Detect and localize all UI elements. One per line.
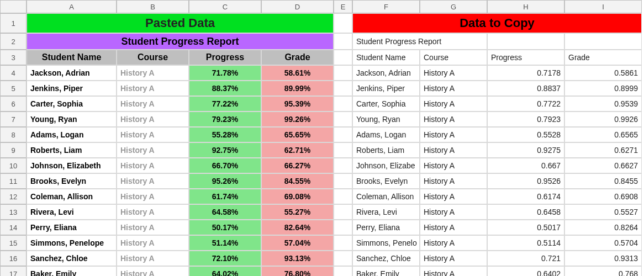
cell-rgrade-13[interactable]: 0.768	[564, 266, 642, 276]
cell-progress-10[interactable]: 50.17%	[189, 220, 261, 235]
cell-rprogress-1[interactable]: 0.8837	[487, 81, 564, 96]
cell-rgrade-12[interactable]: 0.9313	[564, 251, 642, 266]
cell-grade-9[interactable]: 55.27%	[261, 204, 334, 220]
cell-e-14[interactable]	[334, 220, 352, 235]
cell-rname-5[interactable]: Roberts, Liam	[352, 142, 420, 158]
cell-rprogress-2[interactable]: 0.7722	[487, 96, 564, 112]
cell-rgrade-9[interactable]: 0.5527	[564, 204, 642, 220]
cell-progress-2[interactable]: 77.22%	[189, 96, 261, 112]
column-header-I[interactable]: I	[564, 0, 642, 13]
cell-progress-11[interactable]: 51.14%	[189, 235, 261, 251]
cell-grade-13[interactable]: 76.80%	[261, 266, 334, 276]
cell-rgrade-10[interactable]: 0.8264	[564, 220, 642, 235]
cell-course-12[interactable]: History A	[117, 251, 189, 266]
cell-course-13[interactable]: History A	[117, 266, 189, 276]
cell-rname-6[interactable]: Johnson, Elizabe	[352, 158, 420, 173]
cell-progress-0[interactable]: 71.78%	[189, 65, 261, 81]
cell-name-0[interactable]: Jackson, Adrian	[27, 65, 117, 81]
column-header-A[interactable]: A	[27, 0, 117, 13]
cell-course-2[interactable]: History A	[117, 96, 189, 112]
cell-e2[interactable]	[334, 33, 352, 50]
cell-e-13[interactable]	[334, 204, 352, 220]
cell-rname-2[interactable]: Carter, Sophia	[352, 96, 420, 112]
cell-grade-0[interactable]: 58.61%	[261, 65, 334, 81]
cell-progress-13[interactable]: 64.02%	[189, 266, 261, 276]
cell-name-1[interactable]: Jenkins, Piper	[27, 81, 117, 96]
cell-rcourse-12[interactable]: History A	[420, 251, 487, 266]
cell-i2[interactable]	[564, 33, 642, 50]
cell-name-10[interactable]: Perry, Eliana	[27, 220, 117, 235]
cell-rcourse-9[interactable]: History A	[420, 204, 487, 220]
cell-course-3[interactable]: History A	[117, 112, 189, 127]
cell-rname-8[interactable]: Coleman, Allison	[352, 189, 420, 204]
cell-name-4[interactable]: Adams, Logan	[27, 127, 117, 142]
cell-name-8[interactable]: Coleman, Allison	[27, 189, 117, 204]
column-header-G[interactable]: G	[420, 0, 487, 13]
cell-grade-10[interactable]: 82.64%	[261, 220, 334, 235]
cell-rcourse-4[interactable]: History A	[420, 127, 487, 142]
column-header-D[interactable]: D	[261, 0, 334, 13]
cell-rcourse-1[interactable]: History A	[420, 81, 487, 96]
cell-rname-3[interactable]: Young, Ryan	[352, 112, 420, 127]
row-header-10[interactable]: 10	[0, 158, 27, 173]
cell-rcourse-10[interactable]: History A	[420, 220, 487, 235]
cell-rcourse-0[interactable]: History A	[420, 65, 487, 81]
cell-rprogress-9[interactable]: 0.6458	[487, 204, 564, 220]
cell-e-7[interactable]	[334, 112, 352, 127]
cell-e-8[interactable]	[334, 127, 352, 142]
cell-rcourse-5[interactable]: History A	[420, 142, 487, 158]
cell-e1[interactable]	[334, 13, 352, 33]
cell-e-9[interactable]	[334, 142, 352, 158]
cell-e-11[interactable]	[334, 173, 352, 189]
cell-rprogress-0[interactable]: 0.7178	[487, 65, 564, 81]
cell-progress-1[interactable]: 88.37%	[189, 81, 261, 96]
cell-rcourse-13[interactable]: History A	[420, 266, 487, 276]
cell-rname-0[interactable]: Jackson, Adrian	[352, 65, 420, 81]
cell-e-10[interactable]	[334, 158, 352, 173]
cell-e-5[interactable]	[334, 81, 352, 96]
row-header-7[interactable]: 7	[0, 112, 27, 127]
cell-rcourse-8[interactable]: History A	[420, 189, 487, 204]
cell-rgrade-2[interactable]: 0.9539	[564, 96, 642, 112]
cell-grade-4[interactable]: 65.65%	[261, 127, 334, 142]
cell-name-6[interactable]: Johnson, Elizabeth	[27, 158, 117, 173]
row-header-13[interactable]: 13	[0, 204, 27, 220]
cell-course-0[interactable]: History A	[117, 65, 189, 81]
cell-course-6[interactable]: History A	[117, 158, 189, 173]
cell-grade-2[interactable]: 95.39%	[261, 96, 334, 112]
cell-course-10[interactable]: History A	[117, 220, 189, 235]
cell-rprogress-13[interactable]: 0.6402	[487, 266, 564, 276]
row-header-11[interactable]: 11	[0, 173, 27, 189]
cell-course-7[interactable]: History A	[117, 173, 189, 189]
cell-course-9[interactable]: History A	[117, 204, 189, 220]
cell-h2[interactable]	[487, 33, 564, 50]
cell-e-6[interactable]	[334, 96, 352, 112]
cell-progress-3[interactable]: 79.23%	[189, 112, 261, 127]
cell-name-11[interactable]: Simmons, Penelope	[27, 235, 117, 251]
cell-rname-13[interactable]: Baker, Emily	[352, 266, 420, 276]
cell-rname-10[interactable]: Perry, Eliana	[352, 220, 420, 235]
cell-progress-6[interactable]: 66.70%	[189, 158, 261, 173]
row-header-12[interactable]: 12	[0, 189, 27, 204]
row-header-1[interactable]: 1	[0, 13, 27, 33]
row-header-2[interactable]: 2	[0, 33, 27, 50]
cell-name-12[interactable]: Sanchez, Chloe	[27, 251, 117, 266]
cell-name-2[interactable]: Carter, Sophia	[27, 96, 117, 112]
cell-course-5[interactable]: History A	[117, 142, 189, 158]
row-header-4[interactable]: 4	[0, 65, 27, 81]
spreadsheet-grid[interactable]: ABCDEFGHI1Pasted DataData to Copy2Studen…	[0, 0, 644, 276]
row-header-14[interactable]: 14	[0, 220, 27, 235]
cell-rname-12[interactable]: Sanchez, Chloe	[352, 251, 420, 266]
cell-rname-11[interactable]: Simmons, Penelo	[352, 235, 420, 251]
cell-rgrade-5[interactable]: 0.6271	[564, 142, 642, 158]
row-header-17[interactable]: 17	[0, 266, 27, 276]
cell-rprogress-8[interactable]: 0.6174	[487, 189, 564, 204]
cell-name-7[interactable]: Brooks, Evelyn	[27, 173, 117, 189]
cell-course-4[interactable]: History A	[117, 127, 189, 142]
cell-grade-1[interactable]: 89.99%	[261, 81, 334, 96]
cell-e-15[interactable]	[334, 235, 352, 251]
row-header-16[interactable]: 16	[0, 251, 27, 266]
row-header-3[interactable]: 3	[0, 50, 27, 65]
cell-rprogress-5[interactable]: 0.9275	[487, 142, 564, 158]
row-header-6[interactable]: 6	[0, 96, 27, 112]
